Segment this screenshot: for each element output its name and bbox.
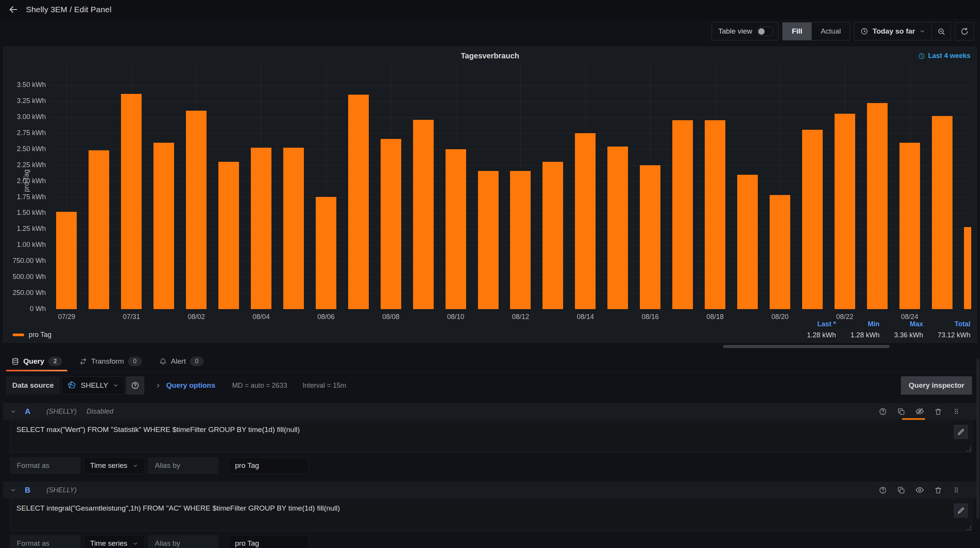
stat-header-last[interactable]: Last * — [807, 320, 836, 328]
chevron-down-icon — [919, 28, 925, 34]
time-range-picker[interactable]: Today so far — [854, 23, 932, 40]
x-axis-tick-label: 08/22 — [826, 313, 864, 321]
bar — [121, 94, 142, 309]
delete-query-button[interactable] — [934, 408, 942, 416]
panel-toolbar: Table view Fill Actual Today so far — [712, 22, 974, 40]
spacer — [346, 376, 901, 395]
eye-icon — [915, 486, 924, 494]
query-a-header[interactable]: A (SHELLY) Disabled — [3, 403, 977, 420]
alias-input[interactable] — [228, 457, 308, 474]
toggle-text-edit-button[interactable] — [954, 425, 968, 439]
x-axis-tick-label: 08/16 — [631, 313, 669, 321]
refresh-button[interactable] — [955, 22, 974, 40]
fill-button[interactable]: Fill — [783, 23, 811, 40]
query-a-editor[interactable]: SELECT max("Wert") FROM "Statistik" WHER… — [10, 421, 972, 453]
query-options-disclosure[interactable] — [155, 376, 161, 395]
stat-value-max: 3.36 kWh — [894, 331, 923, 339]
page-title: Shelly 3EM / Edit Panel — [26, 5, 111, 14]
grip-dots-icon — [953, 486, 960, 494]
legend-stats: Last * Min Max Total 1.28 kWh 1.28 kWh 3… — [807, 320, 970, 339]
collapse-chevron-icon[interactable] — [10, 408, 16, 415]
bar — [89, 150, 109, 309]
table-view-toggle[interactable] — [757, 27, 773, 36]
query-help-button[interactable] — [879, 486, 887, 494]
actual-button[interactable]: Actual — [812, 23, 850, 40]
query-a-refid[interactable]: A — [25, 407, 30, 416]
grip-dots-icon — [953, 408, 960, 415]
query-inspector-button[interactable]: Query inspector — [901, 376, 972, 395]
toggle-query-visibility-button[interactable] — [915, 407, 924, 416]
clock-icon — [918, 53, 925, 60]
query-a-controls: Format as Time series Alias by — [10, 457, 308, 474]
back-button[interactable] — [8, 5, 18, 15]
format-as-select[interactable]: Time series — [84, 535, 145, 548]
database-icon — [11, 358, 19, 365]
toggle-text-edit-button[interactable] — [954, 503, 968, 518]
resize-handle[interactable] — [966, 525, 971, 530]
bar — [705, 120, 725, 309]
bar — [770, 195, 790, 309]
y-axis-tick-label: 0 Wh — [6, 305, 46, 313]
panel-time-indicator[interactable]: Last 4 weeks — [918, 52, 970, 60]
tab-alert[interactable]: Alert 0 — [154, 351, 209, 371]
splitter-grip[interactable] — [723, 345, 890, 348]
series-label: pro Tag — [29, 331, 52, 339]
alias-by-label: Alias by — [148, 535, 218, 548]
delete-query-button[interactable] — [934, 486, 942, 494]
scrollbar-thumb[interactable] — [977, 359, 979, 519]
x-axis-tick-label: 08/18 — [696, 313, 734, 321]
stat-header-max[interactable]: Max — [894, 320, 923, 328]
duplicate-query-button[interactable] — [897, 408, 905, 416]
query-b-header[interactable]: B (SHELLY) — [3, 482, 977, 498]
bar — [542, 162, 563, 309]
chevron-down-icon — [113, 382, 119, 388]
zoom-out-button[interactable] — [932, 27, 951, 35]
trash-icon — [934, 486, 942, 494]
x-axis-tick-label: 08/06 — [307, 313, 345, 321]
query-b-editor[interactable]: SELECT integral("Gesamtleistung",1h) FRO… — [10, 499, 972, 531]
tab-alert-badge: 0 — [190, 357, 203, 366]
query-a-sql[interactable]: SELECT max("Wert") FROM "Statistik" WHER… — [16, 426, 945, 434]
tab-transform[interactable]: Transform 0 — [74, 351, 147, 371]
datasource-label: Data source — [6, 376, 60, 395]
collapse-chevron-icon[interactable] — [10, 487, 16, 493]
x-axis-tick-label: 08/24 — [891, 313, 929, 321]
datasource-help-button[interactable] — [126, 376, 144, 395]
tab-alert-label: Alert — [171, 357, 186, 366]
query-a-actions — [879, 403, 960, 420]
datasource-picker[interactable]: SHELLY — [61, 376, 124, 395]
y-axis-tick-label: 750.00 Wh — [6, 257, 46, 265]
duplicate-query-button[interactable] — [897, 486, 905, 494]
bar — [932, 116, 953, 309]
bar — [316, 197, 336, 309]
editor-tabs: Query 2 Transform 0 Alert 0 — [0, 351, 980, 372]
pane-splitter[interactable] — [0, 343, 980, 350]
alias-input[interactable] — [228, 535, 308, 548]
tab-query[interactable]: Query 2 — [6, 351, 67, 371]
stat-header-total[interactable]: Total — [938, 320, 970, 328]
toggle-query-visibility-button[interactable] — [915, 486, 924, 494]
chevron-right-icon — [155, 382, 161, 389]
resize-handle[interactable] — [966, 447, 971, 451]
y-axis-tick-label: 2.00 kWh — [6, 177, 46, 185]
drag-handle[interactable] — [953, 408, 960, 415]
query-options-link[interactable]: Query options — [166, 376, 215, 395]
stat-header-min[interactable]: Min — [851, 320, 880, 328]
x-axis-tick-label: 08/10 — [437, 313, 475, 321]
drag-handle[interactable] — [953, 486, 960, 494]
query-b-controls: Format as Time series Alias by — [10, 535, 308, 548]
x-axis-tick-label: 07/31 — [112, 313, 150, 321]
legend-item[interactable]: pro Tag — [13, 331, 52, 339]
clock-icon — [861, 27, 868, 35]
toggle-knob — [758, 28, 765, 35]
query-b-refid[interactable]: B — [25, 486, 30, 495]
x-axis-tick-label: 08/08 — [372, 313, 410, 321]
help-circle-icon — [131, 381, 139, 390]
bar — [56, 212, 77, 309]
datasource-selected: SHELLY — [81, 381, 108, 390]
query-help-button[interactable] — [879, 408, 887, 416]
format-as-select[interactable]: Time series — [84, 457, 145, 474]
query-b-sql[interactable]: SELECT integral("Gesamtleistung",1h) FRO… — [16, 504, 945, 513]
y-axis-tick-label: 1.50 kWh — [6, 209, 46, 217]
bar — [899, 143, 920, 309]
